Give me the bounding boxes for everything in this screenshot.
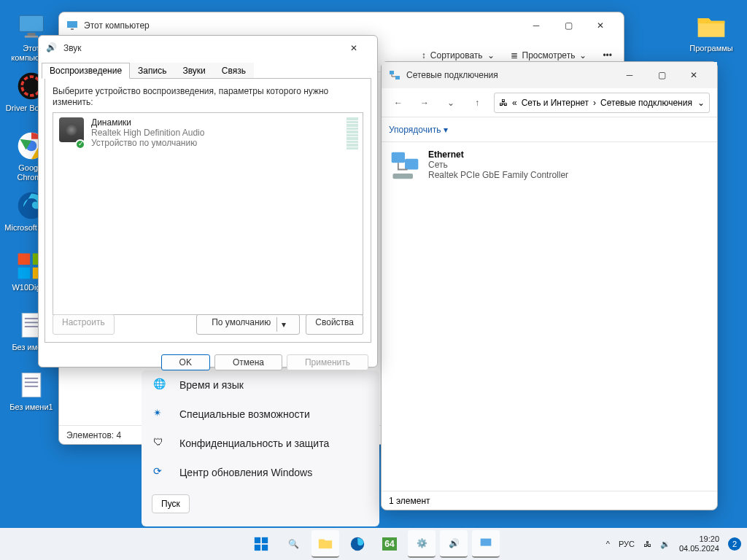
maximize-button[interactable]: ▢ bbox=[646, 64, 678, 86]
tray-language[interactable]: РУС bbox=[619, 540, 635, 548]
volume-meter bbox=[347, 117, 358, 149]
adapter-name: Ethernet bbox=[428, 149, 568, 160]
settings-row-accessibility[interactable]: ✴ Специальные возможности bbox=[142, 400, 379, 429]
taskbar-explorer[interactable] bbox=[311, 530, 339, 558]
adapter-subtitle: Сеть bbox=[428, 160, 568, 170]
close-button[interactable]: ✕ bbox=[584, 15, 616, 36]
tray-notifications-badge[interactable]: 2 bbox=[728, 537, 741, 551]
taskbar-x64[interactable]: 64 bbox=[376, 530, 403, 558]
desktop-icon-programs[interactable]: Программы bbox=[684, 10, 738, 53]
network-icon bbox=[389, 69, 400, 81]
svg-rect-25 bbox=[405, 159, 418, 170]
properties-button[interactable]: Свойства bbox=[306, 314, 363, 335]
search-button[interactable]: 🔍 bbox=[279, 530, 307, 558]
tab-playback[interactable]: Воспроизведение bbox=[42, 63, 130, 79]
set-default-button[interactable]: По умолчанию ▾ bbox=[196, 314, 300, 335]
taskbar-network[interactable] bbox=[472, 530, 500, 558]
tray-chevron[interactable]: ^ bbox=[606, 540, 610, 548]
apply-button: Применить bbox=[287, 354, 368, 370]
accessibility-icon: ✴ bbox=[153, 407, 168, 421]
address-bar-row: ← → ⌄ ↑ 🖧 « Сеть и Интернет › Сетевые по… bbox=[382, 88, 717, 117]
taskbar-sound[interactable]: 🔊 bbox=[440, 530, 468, 558]
cancel-button[interactable]: Отмена bbox=[214, 354, 282, 370]
taskbar: 🔍 64 ⚙️ 🔊 ^ РУС 🖧 🔉 19:20 04.05.2024 2 bbox=[0, 528, 747, 560]
tray-volume-icon[interactable]: 🔉 bbox=[660, 540, 670, 549]
device-name: Динамики bbox=[91, 117, 204, 128]
chevron-down-icon[interactable]: ⌄ bbox=[697, 98, 705, 108]
svg-rect-24 bbox=[392, 152, 405, 163]
shield-icon: 🛡 bbox=[153, 436, 168, 451]
organize-button[interactable]: Упорядочить ▾ bbox=[389, 125, 448, 135]
svg-rect-20 bbox=[67, 21, 77, 28]
network-adapter-item[interactable]: Ethernet Сеть Realtek PCIe GbE Family Co… bbox=[389, 149, 710, 182]
close-button[interactable]: ✕ bbox=[678, 64, 710, 86]
chevron-down-icon: ⌄ bbox=[487, 50, 495, 61]
organize-bar: Упорядочить ▾ bbox=[382, 117, 717, 142]
device-item[interactable]: Динамики Realtek High Definition Audio У… bbox=[53, 113, 363, 152]
close-button[interactable]: ✕ bbox=[338, 37, 370, 59]
device-status: Устройство по умолчанию bbox=[91, 138, 204, 148]
sound-dialog: 🔊 Звук ✕ Воспроизведение Запись Звуки Св… bbox=[38, 35, 378, 368]
svg-rect-2 bbox=[25, 36, 38, 38]
svg-rect-0 bbox=[20, 15, 44, 31]
window-title: Сетевые подключения bbox=[406, 70, 498, 80]
tab-communications[interactable]: Связь bbox=[214, 63, 254, 79]
settings-row-privacy[interactable]: 🛡 Конфиденциальность и защита bbox=[142, 429, 379, 458]
titlebar[interactable]: Сетевые подключения ─ ▢ ✕ bbox=[382, 62, 717, 88]
ethernet-icon bbox=[389, 149, 421, 182]
svg-rect-32 bbox=[481, 539, 492, 546]
window-title: Этот компьютер bbox=[84, 20, 150, 31]
start-button[interactable]: Пуск bbox=[152, 494, 190, 513]
svg-rect-8 bbox=[18, 254, 30, 265]
chevron-down-icon: ⌄ bbox=[579, 50, 587, 61]
tab-recording[interactable]: Запись bbox=[130, 63, 174, 79]
address-bar[interactable]: 🖧 « Сеть и Интернет › Сетевые подключени… bbox=[494, 93, 710, 113]
view-button[interactable]: ≣Просмотреть⌄ bbox=[511, 50, 587, 61]
maximize-button[interactable]: ▢ bbox=[552, 15, 584, 36]
statusbar: 1 элемент bbox=[382, 491, 717, 510]
network-connections-window: Сетевые подключения ─ ▢ ✕ ← → ⌄ ↑ 🖧 « Се… bbox=[381, 61, 718, 510]
folder-icon bbox=[695, 10, 727, 42]
chevron-down-icon[interactable]: ▾ bbox=[276, 317, 290, 332]
speaker-icon: 🔊 bbox=[46, 42, 58, 54]
settings-row-update[interactable]: ⟳ Центр обновления Windows bbox=[142, 458, 379, 487]
svg-rect-29 bbox=[255, 545, 260, 551]
speaker-device-icon bbox=[59, 117, 84, 142]
titlebar[interactable]: 🔊 Звук ✕ bbox=[39, 36, 377, 61]
tabs: Воспроизведение Запись Звуки Связь bbox=[39, 62, 377, 78]
svg-rect-26 bbox=[393, 174, 414, 179]
forward-button[interactable]: → bbox=[415, 93, 434, 112]
taskbar-settings[interactable]: ⚙️ bbox=[408, 530, 436, 558]
adapter-device: Realtek PCIe GbE Family Controller bbox=[428, 170, 568, 180]
more-button[interactable]: ••• bbox=[603, 50, 612, 61]
sort-button[interactable]: ↕Сортировать⌄ bbox=[422, 50, 495, 61]
configure-button: Настроить bbox=[53, 314, 115, 335]
instruction-text: Выберите устройство воспроизведения, пар… bbox=[53, 86, 363, 108]
svg-rect-1 bbox=[28, 33, 36, 36]
start-button[interactable] bbox=[247, 530, 275, 558]
device-list[interactable]: Динамики Realtek High Definition Audio У… bbox=[53, 112, 363, 315]
default-check-icon bbox=[75, 139, 85, 149]
globe-icon: 🌐 bbox=[153, 378, 168, 392]
minimize-button[interactable]: ─ bbox=[520, 15, 552, 36]
update-icon: ⟳ bbox=[153, 465, 168, 480]
svg-rect-23 bbox=[395, 76, 400, 79]
svg-rect-10 bbox=[18, 268, 30, 279]
tray-network-icon[interactable]: 🖧 bbox=[643, 540, 651, 548]
back-button[interactable]: ← bbox=[389, 93, 408, 112]
device-driver: Realtek High Definition Audio bbox=[91, 128, 204, 138]
up-button[interactable]: ↑ bbox=[468, 93, 487, 112]
tab-body: Выберите устройство воспроизведения, пар… bbox=[44, 78, 371, 343]
tab-sounds[interactable]: Звуки bbox=[174, 63, 213, 79]
svg-rect-27 bbox=[255, 537, 260, 543]
svg-rect-21 bbox=[71, 28, 74, 30]
svg-rect-30 bbox=[262, 545, 268, 551]
recent-button[interactable]: ⌄ bbox=[441, 93, 460, 112]
svg-rect-22 bbox=[390, 71, 394, 74]
minimize-button[interactable]: ─ bbox=[614, 64, 646, 86]
ok-button[interactable]: OK bbox=[161, 354, 210, 370]
svg-rect-16 bbox=[22, 373, 41, 397]
taskbar-edge[interactable] bbox=[344, 530, 371, 558]
tray-clock[interactable]: 19:20 04.05.2024 bbox=[679, 534, 719, 553]
window-title: Звук bbox=[63, 43, 82, 53]
